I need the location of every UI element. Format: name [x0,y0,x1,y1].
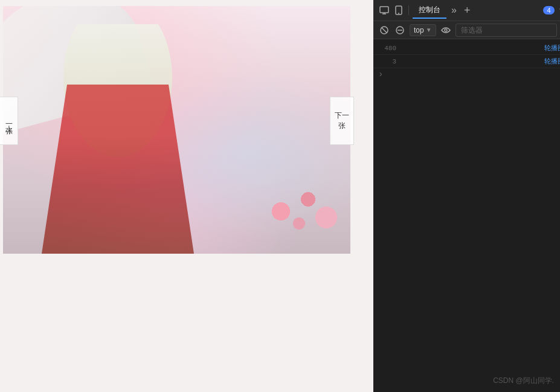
console-expand-arrow[interactable]: › [373,68,560,80]
watermark: CSDN @阿山同学. [493,376,554,386]
svg-point-13 [445,29,447,31]
console-line-number: 480 [378,45,396,52]
flower-decoration [254,181,344,242]
console-source-link[interactable]: 轮播图.html: [544,43,560,53]
console-source-link[interactable]: 轮播图.html: [544,57,560,66]
console-row-480: 480 轮播图.html: [373,42,560,55]
tab-console[interactable]: 控制台 [413,2,446,19]
svg-point-4 [398,13,399,14]
prev-button[interactable]: 上一 张 [0,97,18,145]
slideshow-image [3,6,350,254]
devtools-toolbar: 控制台 » + 4 [373,0,560,21]
console-line-number: 3 [378,58,396,65]
next-button[interactable]: 下一 张 [330,97,354,145]
svg-line-10 [382,27,387,33]
console-toolbar: top ▼ 默认级... [373,21,560,39]
console-row-3: 3 轮播图.html: [373,55,560,68]
separator-1 [408,5,409,15]
new-tab-button[interactable]: + [462,4,473,17]
clear-console-icon[interactable] [378,24,390,36]
filter-input[interactable] [455,24,557,37]
svg-rect-0 [380,7,388,13]
console-output: 480 轮播图.html: 3 轮播图.html: › [373,39,560,392]
more-tabs-icon[interactable]: » [449,5,459,16]
browser-panel: 上一 张 下一 张 [0,0,373,392]
context-dropdown-arrow: ▼ [426,27,432,33]
no-entry-icon[interactable] [394,24,406,36]
device-toggle-icon[interactable] [393,4,405,16]
settings-icon[interactable] [557,4,560,16]
context-selector[interactable]: top ▼ [410,24,436,36]
screen-icon[interactable] [378,4,390,16]
issues-badge[interactable]: 4 [543,6,554,14]
eye-icon[interactable] [440,24,452,36]
devtools-panel: 控制台 » + 4 [373,0,560,392]
